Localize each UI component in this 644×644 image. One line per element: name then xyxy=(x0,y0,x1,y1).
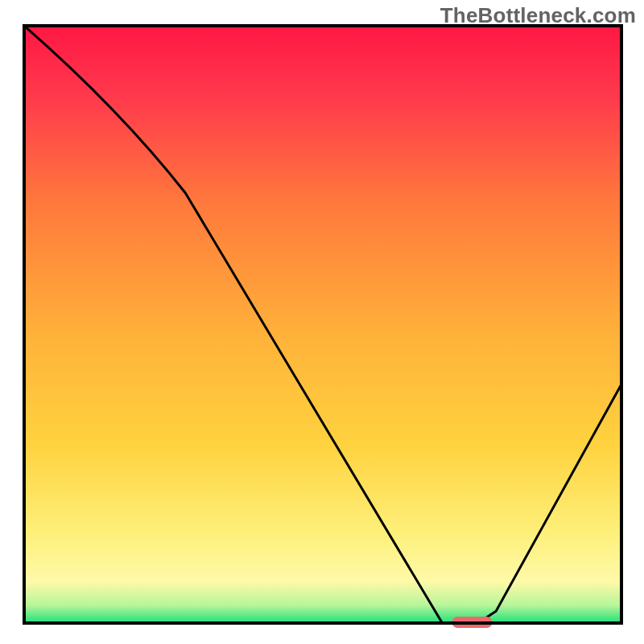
chart-container: { "watermark": "TheBottleneck.com", "cha… xyxy=(0,0,644,644)
watermark-text: TheBottleneck.com xyxy=(440,3,636,28)
plot-background xyxy=(24,26,621,623)
bottleneck-plot xyxy=(0,0,644,644)
